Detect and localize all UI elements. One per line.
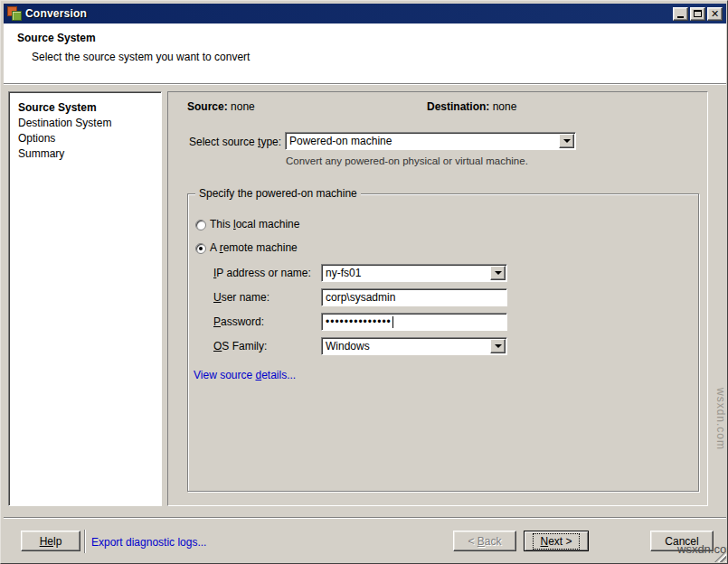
next-button[interactable]: Next > xyxy=(524,531,589,551)
footer-vertical-separator xyxy=(84,530,86,553)
minimize-icon xyxy=(677,16,684,18)
local-machine-radio-label[interactable]: This local machine xyxy=(210,218,299,230)
page-subtitle: Select the source system you want to con… xyxy=(32,51,250,63)
conversion-window: Conversion ✕ Source System Select the so… xyxy=(0,0,728,564)
footer-separator xyxy=(4,517,726,519)
window-controls: ✕ xyxy=(673,7,723,21)
page-title: Source System xyxy=(17,32,96,44)
maximize-icon xyxy=(694,10,702,17)
password-value: •••••••••••••• xyxy=(326,315,392,328)
chevron-down-icon xyxy=(495,344,502,348)
converter-app-icon xyxy=(7,6,22,21)
wizard-steps-sidebar: Source System Destination System Options… xyxy=(8,91,162,506)
destination-status-label: Destination: xyxy=(427,100,489,113)
chevron-down-icon xyxy=(563,139,571,143)
ip-address-label: IP address or name: xyxy=(213,267,311,279)
source-type-value: Powered-on machine xyxy=(289,135,559,147)
watermark-corner: wsxdn.com xyxy=(677,542,728,556)
help-button[interactable]: Help xyxy=(21,531,80,551)
user-name-label: User name: xyxy=(213,291,269,304)
sidebar-item-options[interactable]: Options xyxy=(18,131,161,146)
os-family-label: OS Family: xyxy=(213,340,267,352)
text-caret xyxy=(392,316,393,328)
chevron-down-icon xyxy=(495,271,502,275)
close-button[interactable]: ✕ xyxy=(707,7,723,21)
os-family-dropdown-button[interactable] xyxy=(490,339,506,353)
window-title: Conversion xyxy=(25,7,673,20)
back-button: < Back xyxy=(453,531,516,551)
maximize-button[interactable] xyxy=(690,7,705,21)
source-type-label: Select source type: xyxy=(189,136,281,148)
header-separator xyxy=(4,83,726,85)
sidebar-item-destination-system[interactable]: Destination System xyxy=(18,116,161,131)
minimize-button[interactable] xyxy=(673,7,688,21)
source-type-combobox[interactable]: Powered-on machine xyxy=(285,132,576,150)
destination-status-value: none xyxy=(493,100,517,113)
group-title: Specify the powered-on machine xyxy=(195,187,361,200)
password-label: Password: xyxy=(213,315,264,328)
local-machine-radio[interactable] xyxy=(195,220,206,230)
sidebar-item-source-system[interactable]: Source System xyxy=(18,100,161,116)
view-source-details-link[interactable]: View source details... xyxy=(194,369,296,381)
source-type-dropdown-button[interactable] xyxy=(559,134,574,148)
sidebar-item-summary[interactable]: Summary xyxy=(18,146,161,162)
destination-status: Destination: none xyxy=(427,100,516,113)
export-diagnostic-logs-link[interactable]: Export diagnostic logs... xyxy=(91,536,206,549)
os-family-value: Windows xyxy=(326,340,490,352)
os-family-combobox[interactable]: Windows xyxy=(321,337,507,355)
app-icon-green-square xyxy=(12,11,22,21)
main-panel: Source: none Destination: none Select so… xyxy=(167,91,708,506)
user-name-input[interactable]: corp\sysadmin xyxy=(321,288,507,306)
ip-address-combobox[interactable]: ny-fs01 xyxy=(321,264,507,282)
ip-address-dropdown-button[interactable] xyxy=(490,266,506,280)
password-input[interactable]: •••••••••••••• xyxy=(321,313,507,331)
watermark-side: wsxdn.com xyxy=(714,388,727,450)
ip-address-value: ny-fs01 xyxy=(326,267,490,279)
source-status-label: Source: xyxy=(187,100,228,113)
close-icon: ✕ xyxy=(711,9,719,19)
source-status-value: none xyxy=(231,100,255,113)
remote-machine-radio[interactable] xyxy=(195,243,206,254)
user-name-value: corp\sysadmin xyxy=(326,291,506,304)
source-status: Source: none xyxy=(187,100,255,113)
source-type-hint: Convert any powered-on physical or virtu… xyxy=(286,155,528,166)
wizard-header: Source System Select the source system y… xyxy=(4,24,726,83)
powered-on-machine-group: Specify the powered-on machine This loca… xyxy=(187,193,699,492)
title-bar[interactable]: Conversion ✕ xyxy=(4,4,726,24)
remote-machine-radio-label[interactable]: A remote machine xyxy=(210,241,298,254)
